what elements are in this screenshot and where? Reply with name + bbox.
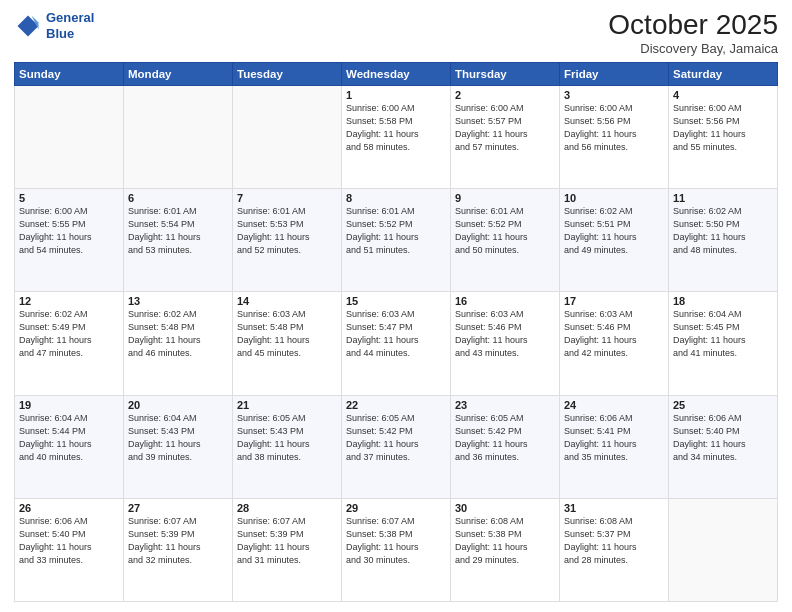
day-cell-10: 10Sunrise: 6:02 AM Sunset: 5:51 PM Dayli…	[560, 189, 669, 292]
day-cell-12: 12Sunrise: 6:02 AM Sunset: 5:49 PM Dayli…	[15, 292, 124, 395]
day-info: Sunrise: 6:04 AM Sunset: 5:43 PM Dayligh…	[128, 412, 228, 464]
day-info: Sunrise: 6:07 AM Sunset: 5:38 PM Dayligh…	[346, 515, 446, 567]
day-number: 21	[237, 399, 337, 411]
day-info: Sunrise: 6:06 AM Sunset: 5:41 PM Dayligh…	[564, 412, 664, 464]
day-info: Sunrise: 6:01 AM Sunset: 5:53 PM Dayligh…	[237, 205, 337, 257]
month-title: October 2025	[608, 10, 778, 41]
day-info: Sunrise: 6:01 AM Sunset: 5:54 PM Dayligh…	[128, 205, 228, 257]
week-row-5: 26Sunrise: 6:06 AM Sunset: 5:40 PM Dayli…	[15, 498, 778, 601]
day-cell-20: 20Sunrise: 6:04 AM Sunset: 5:43 PM Dayli…	[124, 395, 233, 498]
day-info: Sunrise: 6:00 AM Sunset: 5:56 PM Dayligh…	[673, 102, 773, 154]
day-info: Sunrise: 6:03 AM Sunset: 5:46 PM Dayligh…	[564, 308, 664, 360]
day-number: 12	[19, 295, 119, 307]
day-cell-21: 21Sunrise: 6:05 AM Sunset: 5:43 PM Dayli…	[233, 395, 342, 498]
week-row-3: 12Sunrise: 6:02 AM Sunset: 5:49 PM Dayli…	[15, 292, 778, 395]
logo: General Blue	[14, 10, 94, 41]
day-number: 8	[346, 192, 446, 204]
day-cell-6: 6Sunrise: 6:01 AM Sunset: 5:54 PM Daylig…	[124, 189, 233, 292]
day-info: Sunrise: 6:02 AM Sunset: 5:51 PM Dayligh…	[564, 205, 664, 257]
weekday-header-monday: Monday	[124, 62, 233, 85]
day-cell-2: 2Sunrise: 6:00 AM Sunset: 5:57 PM Daylig…	[451, 85, 560, 188]
day-number: 3	[564, 89, 664, 101]
day-number: 2	[455, 89, 555, 101]
day-info: Sunrise: 6:04 AM Sunset: 5:45 PM Dayligh…	[673, 308, 773, 360]
header: General Blue October 2025 Discovery Bay,…	[14, 10, 778, 56]
day-info: Sunrise: 6:04 AM Sunset: 5:44 PM Dayligh…	[19, 412, 119, 464]
day-number: 13	[128, 295, 228, 307]
empty-cell	[233, 85, 342, 188]
day-number: 22	[346, 399, 446, 411]
day-number: 30	[455, 502, 555, 514]
day-info: Sunrise: 6:05 AM Sunset: 5:42 PM Dayligh…	[455, 412, 555, 464]
page: General Blue October 2025 Discovery Bay,…	[0, 0, 792, 612]
day-info: Sunrise: 6:07 AM Sunset: 5:39 PM Dayligh…	[237, 515, 337, 567]
calendar-table: SundayMondayTuesdayWednesdayThursdayFrid…	[14, 62, 778, 602]
day-cell-9: 9Sunrise: 6:01 AM Sunset: 5:52 PM Daylig…	[451, 189, 560, 292]
day-cell-3: 3Sunrise: 6:00 AM Sunset: 5:56 PM Daylig…	[560, 85, 669, 188]
day-number: 10	[564, 192, 664, 204]
day-number: 26	[19, 502, 119, 514]
day-cell-22: 22Sunrise: 6:05 AM Sunset: 5:42 PM Dayli…	[342, 395, 451, 498]
day-info: Sunrise: 6:00 AM Sunset: 5:56 PM Dayligh…	[564, 102, 664, 154]
day-number: 31	[564, 502, 664, 514]
day-number: 14	[237, 295, 337, 307]
day-number: 7	[237, 192, 337, 204]
day-cell-8: 8Sunrise: 6:01 AM Sunset: 5:52 PM Daylig…	[342, 189, 451, 292]
day-number: 5	[19, 192, 119, 204]
day-cell-30: 30Sunrise: 6:08 AM Sunset: 5:38 PM Dayli…	[451, 498, 560, 601]
day-info: Sunrise: 6:02 AM Sunset: 5:50 PM Dayligh…	[673, 205, 773, 257]
day-number: 24	[564, 399, 664, 411]
day-info: Sunrise: 6:03 AM Sunset: 5:48 PM Dayligh…	[237, 308, 337, 360]
day-number: 9	[455, 192, 555, 204]
day-number: 19	[19, 399, 119, 411]
weekday-header-tuesday: Tuesday	[233, 62, 342, 85]
day-cell-19: 19Sunrise: 6:04 AM Sunset: 5:44 PM Dayli…	[15, 395, 124, 498]
location: Discovery Bay, Jamaica	[608, 41, 778, 56]
day-info: Sunrise: 6:02 AM Sunset: 5:48 PM Dayligh…	[128, 308, 228, 360]
day-number: 20	[128, 399, 228, 411]
day-cell-26: 26Sunrise: 6:06 AM Sunset: 5:40 PM Dayli…	[15, 498, 124, 601]
day-number: 17	[564, 295, 664, 307]
day-number: 28	[237, 502, 337, 514]
day-info: Sunrise: 6:05 AM Sunset: 5:43 PM Dayligh…	[237, 412, 337, 464]
weekday-header-wednesday: Wednesday	[342, 62, 451, 85]
logo-text: General Blue	[46, 10, 94, 41]
day-cell-1: 1Sunrise: 6:00 AM Sunset: 5:58 PM Daylig…	[342, 85, 451, 188]
day-info: Sunrise: 6:03 AM Sunset: 5:46 PM Dayligh…	[455, 308, 555, 360]
day-cell-25: 25Sunrise: 6:06 AM Sunset: 5:40 PM Dayli…	[669, 395, 778, 498]
day-number: 4	[673, 89, 773, 101]
week-row-2: 5Sunrise: 6:00 AM Sunset: 5:55 PM Daylig…	[15, 189, 778, 292]
day-cell-5: 5Sunrise: 6:00 AM Sunset: 5:55 PM Daylig…	[15, 189, 124, 292]
day-info: Sunrise: 6:01 AM Sunset: 5:52 PM Dayligh…	[455, 205, 555, 257]
day-cell-27: 27Sunrise: 6:07 AM Sunset: 5:39 PM Dayli…	[124, 498, 233, 601]
day-cell-16: 16Sunrise: 6:03 AM Sunset: 5:46 PM Dayli…	[451, 292, 560, 395]
day-info: Sunrise: 6:03 AM Sunset: 5:47 PM Dayligh…	[346, 308, 446, 360]
day-cell-7: 7Sunrise: 6:01 AM Sunset: 5:53 PM Daylig…	[233, 189, 342, 292]
empty-cell	[15, 85, 124, 188]
day-number: 29	[346, 502, 446, 514]
day-number: 16	[455, 295, 555, 307]
day-info: Sunrise: 6:07 AM Sunset: 5:39 PM Dayligh…	[128, 515, 228, 567]
day-number: 11	[673, 192, 773, 204]
day-number: 23	[455, 399, 555, 411]
day-info: Sunrise: 6:06 AM Sunset: 5:40 PM Dayligh…	[673, 412, 773, 464]
weekday-header-row: SundayMondayTuesdayWednesdayThursdayFrid…	[15, 62, 778, 85]
day-cell-15: 15Sunrise: 6:03 AM Sunset: 5:47 PM Dayli…	[342, 292, 451, 395]
day-number: 25	[673, 399, 773, 411]
week-row-1: 1Sunrise: 6:00 AM Sunset: 5:58 PM Daylig…	[15, 85, 778, 188]
day-cell-28: 28Sunrise: 6:07 AM Sunset: 5:39 PM Dayli…	[233, 498, 342, 601]
week-row-4: 19Sunrise: 6:04 AM Sunset: 5:44 PM Dayli…	[15, 395, 778, 498]
day-cell-4: 4Sunrise: 6:00 AM Sunset: 5:56 PM Daylig…	[669, 85, 778, 188]
day-info: Sunrise: 6:00 AM Sunset: 5:57 PM Dayligh…	[455, 102, 555, 154]
day-cell-24: 24Sunrise: 6:06 AM Sunset: 5:41 PM Dayli…	[560, 395, 669, 498]
day-cell-13: 13Sunrise: 6:02 AM Sunset: 5:48 PM Dayli…	[124, 292, 233, 395]
day-cell-11: 11Sunrise: 6:02 AM Sunset: 5:50 PM Dayli…	[669, 189, 778, 292]
weekday-header-thursday: Thursday	[451, 62, 560, 85]
day-number: 1	[346, 89, 446, 101]
day-cell-17: 17Sunrise: 6:03 AM Sunset: 5:46 PM Dayli…	[560, 292, 669, 395]
day-info: Sunrise: 6:01 AM Sunset: 5:52 PM Dayligh…	[346, 205, 446, 257]
day-cell-18: 18Sunrise: 6:04 AM Sunset: 5:45 PM Dayli…	[669, 292, 778, 395]
day-cell-23: 23Sunrise: 6:05 AM Sunset: 5:42 PM Dayli…	[451, 395, 560, 498]
empty-cell	[124, 85, 233, 188]
day-info: Sunrise: 6:05 AM Sunset: 5:42 PM Dayligh…	[346, 412, 446, 464]
